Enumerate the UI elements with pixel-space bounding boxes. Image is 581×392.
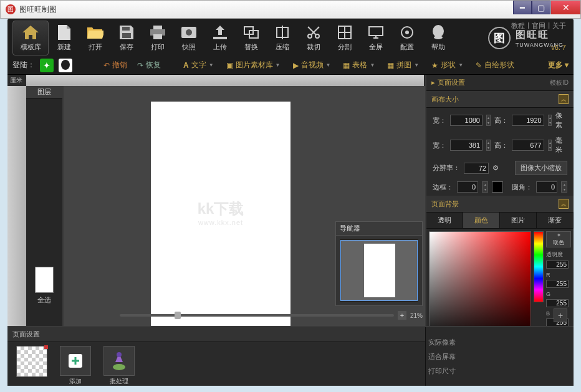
page-thumbnail[interactable] xyxy=(14,346,50,386)
spinner[interactable]: ▴▾ xyxy=(548,115,552,126)
svg-rect-4 xyxy=(153,34,162,39)
saturation-value-area[interactable] xyxy=(429,231,531,326)
chevron-down-icon: ▼ xyxy=(458,62,463,68)
height-mm-input[interactable] xyxy=(512,140,544,151)
snapshot-button[interactable]: 快照 xyxy=(173,21,204,55)
actual-pixels[interactable]: 实际像素 xyxy=(428,338,473,347)
more-button[interactable]: 更多 ▾ xyxy=(548,60,569,70)
resize-image-button[interactable]: 图像大小缩放 xyxy=(515,161,567,175)
ruler-unit: 厘米 xyxy=(7,75,26,86)
save-button[interactable]: 保存 xyxy=(111,21,142,55)
text-tool[interactable]: A文字▼ xyxy=(180,60,218,70)
image-library[interactable]: ▣图片素材库▼ xyxy=(223,60,284,70)
app-icon: 图 xyxy=(6,4,16,14)
help-button[interactable]: 帮助 xyxy=(423,21,454,55)
horizontal-ruler[interactable] xyxy=(26,75,424,86)
folder-icon xyxy=(87,24,103,41)
table-tool[interactable]: ▦表格▼ xyxy=(339,60,378,70)
tab-gradient[interactable]: 渐变 xyxy=(537,213,574,228)
width-px-input[interactable] xyxy=(450,115,483,126)
open-button[interactable]: 打开 xyxy=(80,21,111,55)
ruler-bar: 厘米 xyxy=(7,75,425,86)
about-link[interactable]: 关于 xyxy=(552,21,566,31)
alpha-input[interactable] xyxy=(546,261,569,269)
height-px-input[interactable] xyxy=(512,115,544,126)
spinner[interactable]: ▴▾ xyxy=(561,181,567,193)
svg-point-21 xyxy=(117,352,122,357)
draw-tool[interactable]: ✎自绘形状 xyxy=(472,60,518,70)
navigator-body[interactable] xyxy=(340,239,418,302)
play-icon: ▶ xyxy=(293,61,299,70)
close-button[interactable]: ✕ xyxy=(550,1,580,14)
fit-screen[interactable]: 适合屏幕 xyxy=(428,352,473,361)
config-button[interactable]: 配置 xyxy=(391,21,423,55)
site-link[interactable]: 官网 xyxy=(532,21,545,31)
gear-icon xyxy=(399,24,415,41)
image-icon: ▣ xyxy=(226,61,233,70)
dpi-input[interactable] xyxy=(464,163,489,174)
replace-icon xyxy=(243,24,259,41)
zoom-knob[interactable] xyxy=(175,312,181,319)
maximize-button[interactable]: ▢ xyxy=(532,1,550,14)
minimize-button[interactable]: ━ xyxy=(513,1,532,14)
border-color[interactable] xyxy=(492,181,503,193)
vertical-ruler[interactable] xyxy=(7,86,26,326)
spinner[interactable]: ▴▾ xyxy=(482,181,488,193)
wechat-login-button[interactable]: ✦ xyxy=(40,59,54,72)
upload-button[interactable]: 上传 xyxy=(204,21,236,55)
replace-button[interactable]: 替换 xyxy=(236,21,267,55)
radius-input[interactable] xyxy=(536,181,557,193)
r-input[interactable] xyxy=(546,280,569,288)
gear-icon[interactable]: ⚙ xyxy=(492,164,499,172)
puzzle-tool[interactable]: ▦拼图▼ xyxy=(383,60,423,70)
eyedropper-button[interactable]: ⌖取色 xyxy=(546,231,571,247)
split-button[interactable]: 分割 xyxy=(329,21,360,55)
new-button[interactable]: 新建 xyxy=(49,21,80,55)
view-size-list: 实际像素 适合屏幕 打印尺寸 xyxy=(425,327,475,386)
canvas[interactable]: kk下载 www.kkx.net xyxy=(151,102,290,326)
hue-slider[interactable] xyxy=(534,231,544,302)
border-input[interactable] xyxy=(457,181,478,193)
svg-rect-1 xyxy=(122,33,131,38)
tutorial-link[interactable]: 教程 xyxy=(511,21,525,31)
spinner[interactable]: ▴▾ xyxy=(486,115,491,126)
template-id-label[interactable]: 模板ID xyxy=(550,79,569,87)
tab-transparent[interactable]: 透明 xyxy=(426,213,463,228)
layer-thumbnail[interactable] xyxy=(35,267,54,293)
batch-button[interactable]: 批处理 xyxy=(101,346,137,386)
svg-rect-2 xyxy=(153,26,162,29)
upload-icon xyxy=(212,24,228,41)
zoom-slider[interactable] xyxy=(120,314,394,317)
shape-tool[interactable]: ★形状▼ xyxy=(428,60,467,70)
undo-button[interactable]: ↶撤销 xyxy=(101,60,130,70)
crop-button[interactable]: 裁切 xyxy=(298,21,329,55)
compress-button[interactable]: 压缩 xyxy=(267,21,298,55)
print-size[interactable]: 打印尺寸 xyxy=(428,366,473,376)
av-tool[interactable]: ▶音视频▼ xyxy=(289,60,335,70)
page-settings-header: ▸ 页面设置 模板ID xyxy=(426,75,574,91)
print-button[interactable]: 打印 xyxy=(142,21,173,55)
add-swatch-button[interactable]: + xyxy=(554,308,567,322)
collapse-button[interactable]: ︽ xyxy=(559,199,569,209)
fullscreen-button[interactable]: 全屏 xyxy=(360,21,391,55)
editor-area: 厘米 图层 全选 kk下载 www.kkx.net xyxy=(7,75,425,326)
tab-color[interactable]: 颜色 xyxy=(463,213,500,228)
scissors-icon xyxy=(305,24,322,41)
workspace: 厘米 图层 全选 kk下载 www.kkx.net xyxy=(7,75,574,326)
select-all-button[interactable]: 全选 xyxy=(26,295,62,305)
width-mm-input[interactable] xyxy=(450,140,483,151)
navigator-viewport[interactable] xyxy=(340,240,418,301)
template-library-button[interactable]: 模板库 xyxy=(12,21,49,55)
bottom-page-settings-label[interactable]: 页面设置 xyxy=(7,327,425,342)
home-icon xyxy=(22,24,39,41)
add-page-button[interactable]: 添加 xyxy=(57,346,94,386)
qq-login-button[interactable] xyxy=(59,59,72,72)
undo-icon: ↶ xyxy=(103,61,110,70)
zoom-in-button[interactable]: + xyxy=(398,311,406,320)
collapse-button[interactable]: ︽ xyxy=(559,94,569,104)
canvas-viewport[interactable]: kk下载 www.kkx.net 导航器 + 2 xyxy=(64,86,425,326)
tab-image[interactable]: 图片 xyxy=(500,213,537,228)
spinner[interactable]: ▴▾ xyxy=(548,140,552,151)
redo-button[interactable]: ↷恢复 xyxy=(135,60,163,70)
spinner[interactable]: ▴▾ xyxy=(486,140,491,151)
